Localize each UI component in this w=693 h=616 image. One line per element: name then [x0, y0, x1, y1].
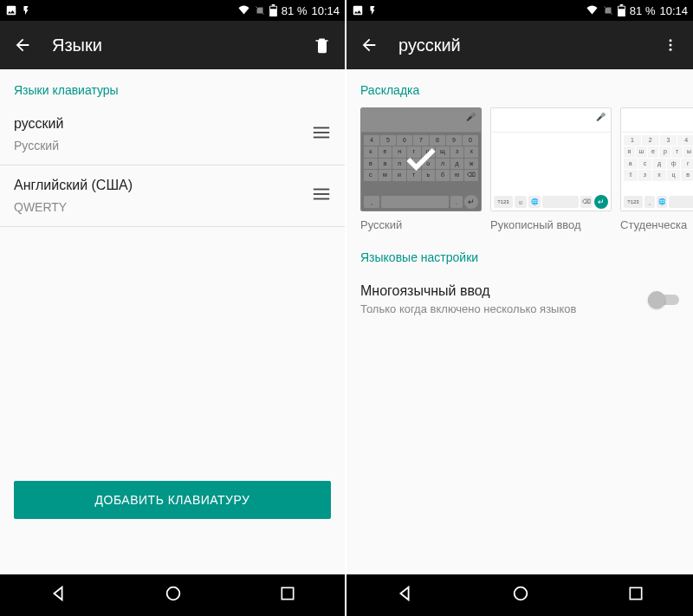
svg-point-15: [670, 44, 672, 47]
battery-icon: [618, 4, 625, 16]
content-languages: Языки клавиатуры русский Русский Английс…: [0, 69, 345, 574]
svg-rect-13: [619, 7, 625, 10]
content-language-detail: Раскладка 🎤 4567890 кенгшщзх вапролдж см…: [346, 69, 693, 574]
lightning-icon: [21, 4, 31, 16]
appbar-language-detail: русский: [346, 21, 693, 69]
layout-label: Русский: [360, 218, 482, 231]
keyboard-preview: 🎤 ?123 ☺ 🌐 ⌫ ↵: [490, 107, 612, 211]
svg-rect-18: [630, 587, 641, 599]
svg-rect-10: [282, 587, 294, 599]
status-time: 10:14: [311, 4, 340, 17]
drag-handle-icon[interactable]: [312, 125, 331, 144]
mic-icon: 🎤: [596, 113, 606, 121]
status-bar: 81 % 10:14: [0, 0, 345, 21]
screen-language-detail: 81 % 10:14 русский Раскладка 🎤 4567890 к…: [346, 0, 693, 616]
svg-point-17: [515, 587, 528, 600]
nav-back-button[interactable]: [49, 584, 68, 606]
add-keyboard-button[interactable]: ДОБАВИТЬ КЛАВИАТУРУ: [14, 481, 331, 519]
overflow-menu-button[interactable]: [658, 33, 683, 57]
section-language-settings: Языковые настройки: [346, 231, 693, 271]
language-name: Английский (США): [14, 178, 312, 193]
status-bar: 81 % 10:14: [346, 0, 693, 21]
image-icon: [5, 4, 17, 16]
drag-handle-icon[interactable]: [312, 186, 331, 205]
nav-home-button[interactable]: [511, 584, 530, 606]
wifi-icon: [586, 5, 599, 16]
page-title: Языки: [52, 36, 102, 55]
status-time: 10:14: [659, 4, 688, 17]
nav-recents-button[interactable]: [627, 585, 644, 606]
nav-recents-button[interactable]: [279, 585, 296, 606]
page-title: русский: [398, 36, 461, 55]
wifi-icon: [237, 5, 250, 16]
navigation-bar: [0, 574, 345, 616]
language-row[interactable]: русский Русский: [0, 104, 345, 165]
no-sim-icon: [255, 4, 265, 16]
battery-percent: 81 %: [630, 4, 656, 17]
no-sim-icon: [603, 4, 613, 16]
svg-point-14: [670, 39, 672, 42]
svg-point-16: [670, 49, 672, 51]
section-layout: Раскладка: [346, 69, 693, 104]
layout-label: Рукописный ввод: [490, 218, 612, 231]
multilingual-toggle[interactable]: [648, 291, 679, 308]
appbar-languages: Языки: [0, 21, 345, 69]
section-keyboard-languages: Языки клавиатуры: [0, 69, 345, 104]
battery-icon: [269, 4, 277, 16]
screen-languages: 81 % 10:14 Языки Языки клавиатуры русски…: [0, 0, 346, 616]
back-button[interactable]: [357, 33, 381, 57]
svg-point-9: [167, 587, 180, 600]
battery-percent: 81 %: [282, 4, 308, 17]
svg-rect-2: [270, 7, 276, 10]
layout-chooser[interactable]: 🎤 4567890 кенгшщзх вапролдж смитьбю⌫ , .…: [346, 104, 693, 231]
layout-label: Студенческа: [620, 218, 693, 231]
delete-button[interactable]: [310, 33, 334, 57]
svg-rect-1: [272, 4, 275, 6]
lightning-icon: [367, 4, 378, 16]
setting-subtitle: Только когда включено несколько языков: [360, 302, 648, 315]
language-name: русский: [14, 116, 312, 132]
layout-option-handwriting[interactable]: 🎤 ?123 ☺ 🌐 ⌫ ↵ Рукописный ввод: [490, 107, 612, 231]
layout-option-russian[interactable]: 🎤 4567890 кенгшщзх вапролдж смитьбю⌫ , .…: [360, 107, 482, 231]
layout-option-student[interactable]: 1234 яшерты асдфг ⇧зхцв ?123 , 🌐 Студенч…: [620, 107, 693, 231]
image-icon: [352, 4, 364, 16]
nav-back-button[interactable]: [395, 584, 414, 606]
nav-home-button[interactable]: [164, 584, 183, 606]
setting-multilingual-input[interactable]: Многоязычный ввод Только когда включено …: [346, 271, 693, 327]
back-button[interactable]: [10, 33, 35, 57]
selected-checkmark-icon: [361, 108, 481, 211]
navigation-bar: [346, 574, 693, 616]
language-layout: QWERTY: [14, 200, 312, 214]
setting-title: Многоязычный ввод: [360, 283, 648, 299]
keyboard-preview: 1234 яшерты асдфг ⇧зхцв ?123 , 🌐: [620, 107, 693, 211]
language-layout: Русский: [14, 139, 312, 152]
enter-key-icon: ↵: [594, 195, 608, 209]
svg-rect-12: [620, 4, 624, 6]
keyboard-preview: 🎤 4567890 кенгшщзх вапролдж смитьбю⌫ , .…: [360, 107, 482, 211]
language-row[interactable]: Английский (США) QWERTY: [0, 165, 345, 227]
add-keyboard-label: ДОБАВИТЬ КЛАВИАТУРУ: [95, 493, 250, 507]
